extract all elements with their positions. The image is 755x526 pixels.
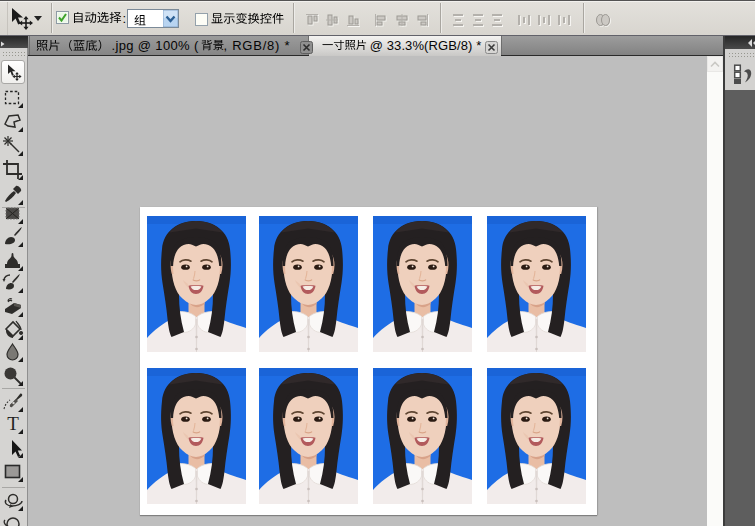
svg-text:T: T	[7, 413, 19, 434]
